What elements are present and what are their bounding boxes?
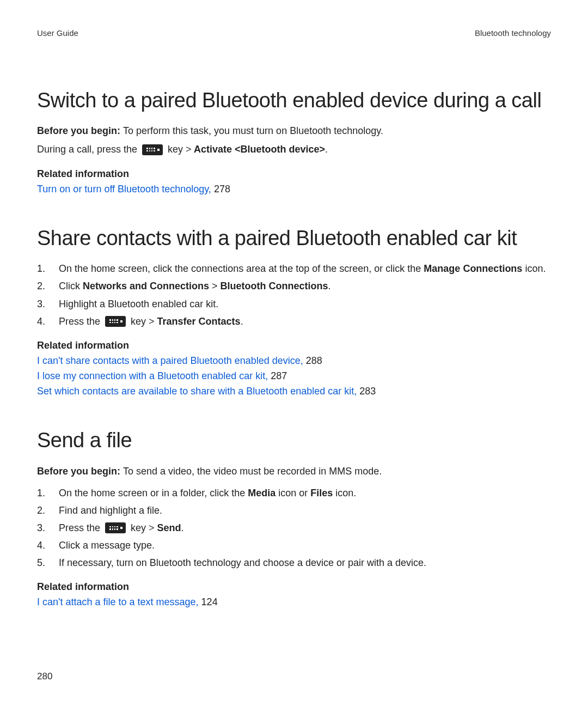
link-page-number: 288 — [306, 355, 322, 366]
link-cant-attach-file[interactable]: I can't attach a file to a text message, — [37, 597, 201, 607]
list-text: Press the key > Transfer Contacts. — [59, 314, 243, 328]
section-send-file: Send a file Before you begin: To send a … — [37, 428, 551, 609]
blackberry-key-icon — [105, 522, 126, 533]
list-text: On the home screen, click the connection… — [59, 261, 546, 276]
text: . — [325, 144, 328, 155]
text: During a call, press the — [37, 144, 140, 155]
text-bold: <Bluetooth device> — [235, 144, 325, 155]
list-text: On the home screen or in a folder, click… — [59, 486, 356, 500]
list-item: 3. Highlight a Bluetooth enabled car kit… — [37, 297, 551, 311]
list-number: 3. — [37, 521, 59, 535]
list-text: Find and highlight a file. — [59, 503, 162, 518]
list-number: 2. — [37, 503, 59, 518]
list-number: 2. — [37, 279, 59, 293]
list-item: 4. Click a message type. — [37, 538, 551, 552]
related-link-row: I can't attach a file to a text message,… — [37, 595, 551, 609]
related-info-label: Related information — [37, 167, 551, 181]
list-item: 1. On the home screen or in a folder, cl… — [37, 486, 551, 500]
list-number: 1. — [37, 486, 59, 500]
related-link-row: Set which contacts are available to shar… — [37, 384, 551, 398]
related-link-row: I can't share contacts with a paired Blu… — [37, 354, 551, 368]
related-link-row: I lose my connection with a Bluetooth en… — [37, 369, 551, 383]
ordered-list: 1. On the home screen, click the connect… — [37, 261, 551, 328]
list-number: 3. — [37, 297, 59, 311]
link-set-contacts[interactable]: Set which contacts are available to shar… — [37, 386, 359, 397]
list-item: 4. Press the key > Transfer Contacts. — [37, 314, 551, 328]
before-paragraph: Before you begin: To perform this task, … — [37, 124, 551, 138]
list-text: Press the key > Send. — [59, 521, 184, 535]
page-number: 280 — [37, 670, 52, 684]
before-paragraph: Before you begin: To send a video, the v… — [37, 464, 551, 478]
link-cant-share-contacts[interactable]: I can't share contacts with a paired Blu… — [37, 355, 306, 366]
link-page-number: 124 — [201, 597, 218, 607]
list-item: 5. If necessary, turn on Bluetooth techn… — [37, 556, 551, 570]
before-label: Before you begin: — [37, 125, 123, 136]
link-page-number: 287 — [271, 370, 287, 381]
list-item: 2. Find and highlight a file. — [37, 503, 551, 518]
list-item: 1. On the home screen, click the connect… — [37, 261, 551, 276]
section-title: Send a file — [37, 428, 551, 453]
link-page-number: 278 — [214, 184, 230, 194]
text: key — [165, 144, 186, 155]
gt: > — [186, 144, 192, 155]
blackberry-key-icon — [142, 144, 163, 155]
instruction-line: During a call, press the key > Activate … — [37, 142, 551, 156]
list-text: Highlight a Bluetooth enabled car kit. — [59, 297, 218, 311]
list-number: 5. — [37, 556, 59, 570]
list-number: 1. — [37, 261, 59, 276]
list-text: Click Networks and Connections > Bluetoo… — [59, 279, 331, 293]
page-header: User Guide Bluetooth technology — [37, 27, 551, 39]
ordered-list: 1. On the home screen or in a folder, cl… — [37, 486, 551, 570]
before-label: Before you begin: — [37, 466, 123, 477]
before-text: To perform this task, you must turn on B… — [123, 125, 383, 136]
link-turn-on-bluetooth[interactable]: Turn on or turn off Bluetooth technology… — [37, 184, 214, 194]
section-share-contacts: Share contacts with a paired Bluetooth e… — [37, 226, 551, 398]
link-lose-connection[interactable]: I lose my connection with a Bluetooth en… — [37, 370, 271, 381]
list-number: 4. — [37, 314, 59, 328]
section-title: Share contacts with a paired Bluetooth e… — [37, 226, 551, 251]
header-left: User Guide — [37, 27, 78, 39]
list-item: 3. Press the key > Send. — [37, 521, 551, 535]
link-page-number: 283 — [359, 386, 376, 397]
list-text: Click a message type. — [59, 538, 155, 552]
list-item: 2. Click Networks and Connections > Blue… — [37, 279, 551, 293]
related-link-row: Turn on or turn off Bluetooth technology… — [37, 182, 551, 196]
list-text: If necessary, turn on Bluetooth technolo… — [59, 556, 426, 570]
header-right: Bluetooth technology — [475, 27, 551, 39]
before-text: To send a video, the video must be recor… — [123, 466, 382, 477]
related-info-label: Related information — [37, 338, 551, 352]
related-info-label: Related information — [37, 580, 551, 594]
section-switch-bluetooth: Switch to a paired Bluetooth enabled dev… — [37, 88, 551, 196]
section-title: Switch to a paired Bluetooth enabled dev… — [37, 88, 551, 113]
blackberry-key-icon — [105, 316, 126, 327]
text-bold: Activate — [192, 144, 235, 155]
list-number: 4. — [37, 538, 59, 552]
